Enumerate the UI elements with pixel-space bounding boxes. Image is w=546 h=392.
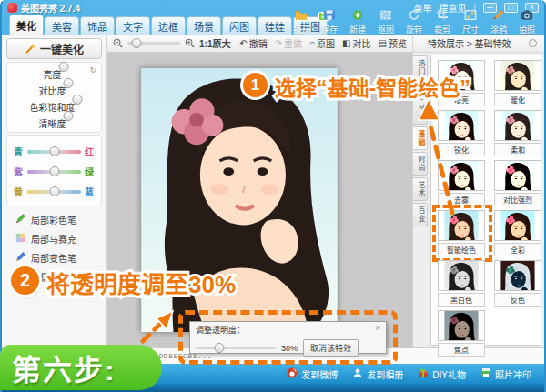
color-label-left: 紫 (14, 165, 24, 178)
slider-label: 清晰度 (39, 119, 66, 129)
effect-thumbnail (494, 110, 541, 141)
resize-button[interactable]: 尺寸 (458, 9, 483, 35)
effect-暖化[interactable]: 暖化 (494, 60, 543, 106)
color-slider[interactable] (27, 190, 81, 194)
cancel-effect-button[interactable]: 取消该特效 (303, 339, 359, 357)
transparency-slider[interactable] (196, 347, 276, 349)
original-view-button[interactable]: ○ 原图 (309, 36, 335, 50)
toolbar-label: 涂鸦 (490, 24, 507, 35)
tab-3[interactable]: 饰品 (80, 16, 115, 35)
app-title: 美图秀秀 2.7.4 (21, 1, 80, 15)
camera-icon (521, 9, 533, 23)
color-slider[interactable] (27, 150, 81, 154)
redo-button[interactable]: ↷ 重做 (275, 36, 302, 50)
annotation-dashed-box: 调整透明度： × 30% 取消该特效 (178, 310, 398, 365)
print-link[interactable]: 照片冲印 (480, 367, 531, 381)
gift-link[interactable]: DIY礼物 (418, 367, 466, 381)
effect-柔和[interactable]: 柔和 (494, 110, 543, 156)
preview-button[interactable]: ▤ 预览 (379, 36, 407, 50)
color-pen-icon (15, 213, 26, 226)
mosaic-tool[interactable]: 局部马赛克 (2, 229, 106, 248)
effect-label: 智能绘色 (438, 243, 485, 256)
gift-icon (418, 367, 429, 380)
tool-label: 局部彩色笔 (31, 213, 76, 226)
effect-智能绘色[interactable]: 智能绘色 (438, 210, 487, 256)
album-link[interactable]: 发到相册 (352, 367, 403, 381)
crop-button[interactable]: 裁剪 (430, 9, 455, 35)
color-balance-panel: 青红紫绿黄蓝 (6, 135, 102, 206)
effect-thumbnail (438, 310, 485, 341)
tab-6[interactable]: 场景 (187, 16, 221, 35)
rotate-button[interactable]: 旋转 (401, 9, 427, 35)
effect-黑白色[interactable]: 黑白色 (438, 260, 487, 307)
effect-锐化[interactable]: 锐化 (438, 110, 487, 156)
effect-thumbnail (494, 210, 541, 241)
magic-wand-icon (25, 43, 36, 55)
reset-icon[interactable]: ↻ (89, 65, 96, 75)
toolbar-label: 新建 (349, 24, 366, 35)
tab-5[interactable]: 边框 (151, 16, 186, 35)
weibo-link[interactable]: 发到微博 (287, 367, 338, 381)
effect-焦点[interactable]: 焦点 (438, 310, 487, 357)
doodle-button[interactable]: 涂鸦 (486, 9, 511, 35)
effect-对比强烈[interactable]: 对比强烈 (494, 160, 543, 206)
effect-去雾[interactable]: 去雾 (438, 160, 487, 206)
panel-collapse-button[interactable] (529, 39, 537, 47)
tool-label: 局部马赛克 (31, 232, 76, 246)
category-tab-百变[interactable]: 百变 (413, 203, 428, 226)
color-slider[interactable] (27, 170, 81, 174)
effect-thumbnail (494, 60, 541, 91)
save-button[interactable]: 保存 (317, 9, 342, 35)
category-tab-时尚[interactable]: 时尚 (413, 152, 428, 176)
effect-全彩[interactable]: 全彩 (494, 210, 543, 256)
adjust-sliders-panel: 亮度↻对比度色彩饱和度清晰度 (6, 62, 102, 133)
color-label-left: 黄 (14, 185, 24, 198)
dialog-close-icon[interactable]: × (375, 324, 380, 336)
slider-label: 亮度 (44, 70, 62, 80)
tab-2[interactable]: 美容 (45, 16, 79, 35)
one-key-beautify-label: 一键美化 (40, 41, 84, 56)
share-label: 发到相册 (367, 367, 403, 381)
redo-label: 重做 (284, 36, 302, 50)
quick-toolbar: 打开保存新建抠图旋转裁剪尺寸涂鸦拍照 (288, 9, 540, 35)
category-tab-基础[interactable]: 基础 (413, 126, 428, 150)
toolbar-label: 保存 (321, 24, 338, 35)
effect-thumbnail (438, 210, 485, 241)
transparency-dialog: 调整透明度： × 30% 取消该特效 (189, 321, 387, 354)
album-icon (352, 367, 363, 380)
zoom-out-icon[interactable] (113, 38, 123, 48)
toolbar-label: 旋转 (406, 24, 422, 35)
adjust-sidebar: 一键美化 亮度↻对比度色彩饱和度清晰度 青红紫绿黄蓝 局部彩色笔局部马赛克局部变… (2, 35, 107, 347)
one-key-beautify-button[interactable]: 一键美化 (6, 38, 102, 59)
color-label-right: 蓝 (85, 185, 95, 198)
new-button[interactable]: 新建 (345, 9, 370, 35)
tab-4[interactable]: 文字 (116, 16, 150, 35)
toolbar-label: 抠图 (378, 24, 394, 35)
recolor-pen-icon (15, 251, 26, 265)
open-folder-button[interactable]: 打开 (288, 9, 314, 35)
camera-button[interactable]: 拍照 (514, 9, 540, 35)
original-label: 原图 (317, 36, 335, 50)
canvas-zoom-slider[interactable] (127, 42, 180, 45)
zoom-in-icon[interactable] (185, 38, 195, 48)
undo-button[interactable]: ↶ 撤销 (239, 36, 267, 50)
color-pen-tool[interactable]: 局部彩色笔 (2, 210, 106, 229)
tab-7[interactable]: 闪图 (222, 16, 257, 35)
effect-thumbnail (494, 260, 541, 291)
toolbar-label: 裁剪 (434, 24, 450, 35)
share-label: DIY礼物 (432, 367, 466, 381)
actual-size-button[interactable]: 1:1原大 (199, 36, 230, 50)
effect-thumbnail (438, 160, 485, 191)
tool-label: 局部变色笔 (31, 251, 76, 265)
category-tab-艺术[interactable]: 艺术 (413, 177, 428, 201)
tab-8[interactable]: 娃娃 (258, 16, 292, 35)
step1-annotation: 选择“基础-智能绘色”选择“基础-智能绘色” (275, 71, 470, 102)
compare-button[interactable]: ◧ 对比 (342, 36, 370, 50)
tab-1[interactable]: 美化 (9, 15, 44, 35)
cutout-button[interactable]: 抠图 (373, 9, 399, 35)
recolor-pen-tool[interactable]: 局部变色笔 (2, 248, 106, 267)
effect-反色[interactable]: 反色 (494, 260, 543, 307)
effect-thumbnail (438, 260, 485, 291)
share-label: 发到微博 (301, 367, 338, 381)
app-logo-icon (7, 3, 17, 13)
